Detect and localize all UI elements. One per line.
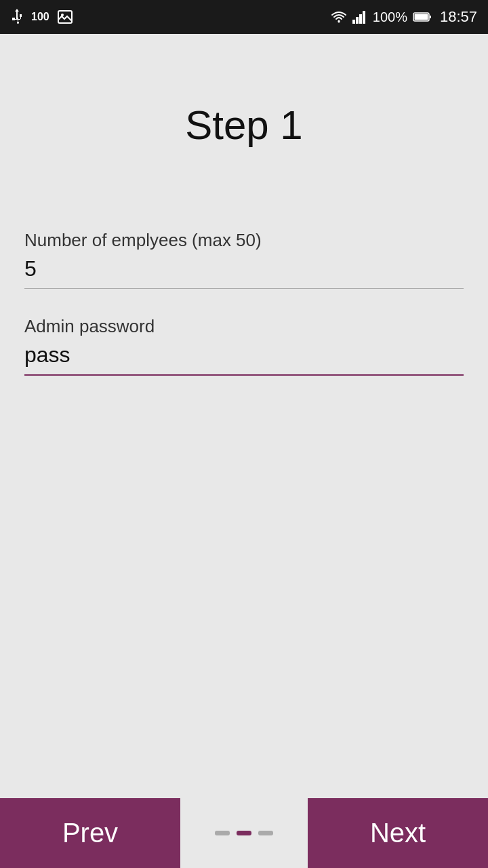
status-right-icons: 100% 18:57 xyxy=(331,8,477,26)
battery-icon xyxy=(413,12,432,22)
employees-input[interactable] xyxy=(24,256,464,289)
svg-rect-5 xyxy=(359,14,362,24)
svg-rect-8 xyxy=(414,14,428,20)
svg-rect-6 xyxy=(363,11,365,24)
status-time: 18:57 xyxy=(440,8,477,26)
usb-icon xyxy=(11,9,23,25)
main-content: Step 1 Number of emplyees (max 50) Admin… xyxy=(0,34,488,376)
next-button[interactable]: Next xyxy=(308,798,488,868)
admin-password-label: Admin password xyxy=(24,316,464,337)
svg-rect-4 xyxy=(356,17,359,24)
dot-1 xyxy=(215,831,230,835)
pagination-dots xyxy=(180,831,308,835)
dot-3 xyxy=(258,831,273,835)
wifi-icon xyxy=(331,10,347,24)
svg-point-2 xyxy=(338,21,340,23)
prev-button[interactable]: Prev xyxy=(0,798,180,868)
employees-field-group: Number of emplyees (max 50) xyxy=(24,230,464,289)
status-left-icons: 100 xyxy=(11,9,73,25)
admin-password-field-group: Admin password xyxy=(24,316,464,376)
page-title: Step 1 xyxy=(24,34,464,230)
image-icon xyxy=(58,10,73,24)
signal-icon xyxy=(352,10,367,24)
status-bar: 100 100% 18 xyxy=(0,0,488,34)
dot-2 xyxy=(237,831,251,835)
battery-info-icon: 100 xyxy=(31,11,49,23)
employees-label: Number of emplyees (max 50) xyxy=(24,230,464,251)
svg-rect-3 xyxy=(352,20,355,24)
bottom-navigation: Prev Next xyxy=(0,798,488,868)
battery-percentage: 100% xyxy=(373,9,407,25)
admin-password-input[interactable] xyxy=(24,342,464,376)
